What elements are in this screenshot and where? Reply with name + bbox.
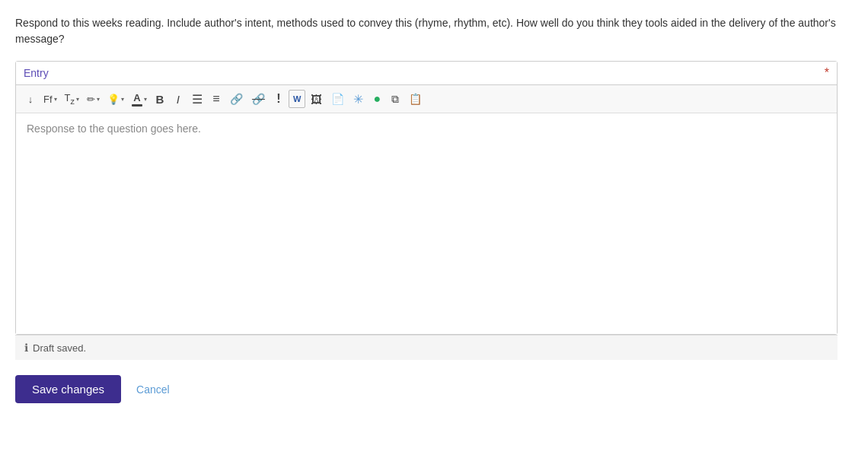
bold-button[interactable]: B	[152, 90, 168, 108]
bold-icon: B	[156, 93, 164, 106]
italic-icon: I	[177, 93, 180, 106]
unlink-icon: 🔗	[252, 93, 265, 105]
draft-saved-text: Draft saved.	[33, 342, 86, 354]
font-family-arrow-icon: ▾	[54, 96, 57, 103]
text-color-icon: A	[132, 92, 142, 107]
editor-placeholder: Response to the question goes here.	[27, 122, 201, 135]
check-button[interactable]: ●	[369, 90, 385, 108]
save-button[interactable]: Save changes	[15, 375, 121, 403]
unordered-list-icon: ☰	[192, 92, 203, 107]
font-family-dropdown[interactable]: Ff ▾	[40, 90, 60, 108]
ordered-list-button[interactable]: ≡	[208, 90, 225, 108]
pen-arrow-icon: ▾	[97, 96, 100, 103]
prompt-text: Respond to this weeks reading. Include a…	[15, 15, 838, 47]
italic-button[interactable]: I	[170, 90, 187, 108]
paste-icon: 📋	[409, 93, 422, 105]
highlight-icon: 💡	[107, 94, 120, 105]
indent-button[interactable]: ↓	[22, 90, 39, 108]
image-icon: 🖼	[311, 93, 322, 106]
text-size-arrow-icon: ▾	[76, 96, 79, 103]
unordered-list-button[interactable]: ☰	[188, 90, 206, 108]
exclamation-icon: !	[276, 92, 280, 106]
highlight-dropdown[interactable]: 💡 ▾	[104, 90, 127, 108]
text-size-label: Tz	[65, 92, 75, 106]
editor-toolbar: ↓ Ff ▾ Tz ▾ ✏ ▾ 💡 ▾ A ▾	[16, 85, 837, 113]
link-button[interactable]: 🔗	[226, 90, 247, 108]
copy-button[interactable]: ⧉	[387, 90, 404, 108]
note-button[interactable]: !	[270, 90, 287, 108]
font-family-label: Ff	[43, 94, 53, 105]
editor-body[interactable]: Response to the question goes here.	[16, 113, 837, 334]
draft-saved-bar: ℹ Draft saved.	[15, 335, 838, 360]
info-icon: ℹ	[24, 342, 28, 354]
pen-color-dropdown[interactable]: ✏ ▾	[84, 90, 103, 108]
ordered-list-icon: ≡	[212, 92, 219, 106]
actions-row: Save changes Cancel	[15, 375, 853, 403]
image-button[interactable]: 🖼	[307, 90, 326, 108]
required-indicator: *	[825, 66, 829, 80]
pen-icon: ✏	[87, 94, 95, 105]
file-button[interactable]: 📄	[327, 90, 348, 108]
unlink-button[interactable]: 🔗	[248, 90, 269, 108]
editor-header: Entry *	[16, 62, 837, 85]
snowflake-icon: ✳	[353, 92, 363, 107]
highlight-arrow-icon: ▾	[121, 96, 124, 103]
special-button[interactable]: ✳	[349, 90, 367, 108]
copy-icon: ⧉	[391, 93, 399, 106]
file-icon: 📄	[331, 93, 344, 105]
indent-icon: ↓	[28, 94, 34, 105]
text-color-dropdown[interactable]: A ▾	[129, 90, 150, 108]
editor-label: Entry	[24, 67, 49, 79]
link-icon: 🔗	[230, 93, 243, 105]
editor-container: Entry * ↓ Ff ▾ Tz ▾ ✏ ▾ 💡 ▾	[15, 61, 838, 335]
circle-check-icon: ●	[373, 92, 381, 106]
text-size-dropdown[interactable]: Tz ▾	[62, 90, 82, 108]
paste-button[interactable]: 📋	[405, 90, 426, 108]
cancel-button[interactable]: Cancel	[136, 383, 170, 396]
word-button[interactable]: W	[289, 90, 305, 108]
text-color-arrow-icon: ▾	[144, 96, 147, 103]
word-icon: W	[293, 94, 301, 103]
